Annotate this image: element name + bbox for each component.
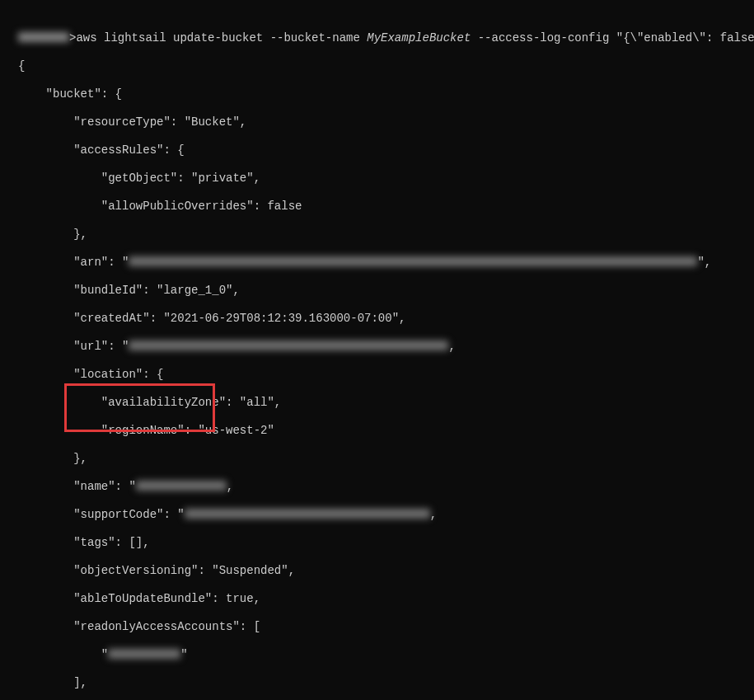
json-line: "readonlyAccessAccounts": [ [0,620,754,634]
bucket-name-arg: MyExampleBucket [367,31,471,45]
json-line: "url": ", [0,340,754,354]
redacted-prompt [18,32,69,42]
json-line: "availabilityZone": "all", [0,396,754,410]
redacted-arn [129,256,697,266]
json-line: "arn": "", [0,256,754,270]
json-line: "resourceType": "Bucket", [0,115,754,129]
command-suffix: --access-log-config "{\"enabled\": false… [471,31,754,45]
json-line: "ableToUpdateBundle": true, [0,592,754,606]
redacted-support-code [185,509,430,519]
json-line: "name": ", [0,480,754,494]
json-line: "accessRules": { [0,143,754,157]
json-line: }, [0,228,754,242]
json-line: { [0,59,754,73]
json-line: ], [0,676,754,690]
json-line: "" [0,648,754,662]
redacted-account [108,649,180,659]
command-line: >aws lightsail update-bucket --bucket-na… [0,31,754,45]
json-line: "getObject": "private", [0,171,754,186]
json-line: "bundleId": "large_1_0", [0,284,754,298]
json-line: "supportCode": ", [0,508,754,522]
json-line: "regionName": "us-west-2" [0,424,754,438]
json-line: "bucket": { [0,87,754,101]
json-line: "createdAt": "2021-06-29T08:12:39.163000… [0,312,754,326]
json-line: }, [0,452,754,466]
redacted-name [136,481,227,491]
json-line: "allowPublicOverrides": false [0,200,754,214]
terminal-output: >aws lightsail update-bucket --bucket-na… [0,0,754,700]
json-line: "tags": [], [0,536,754,550]
redacted-url [129,341,448,350]
json-line: "objectVersioning": "Suspended", [0,564,754,578]
json-line: "location": { [0,368,754,382]
command-prefix: aws lightsail update-bucket --bucket-nam… [76,31,367,45]
